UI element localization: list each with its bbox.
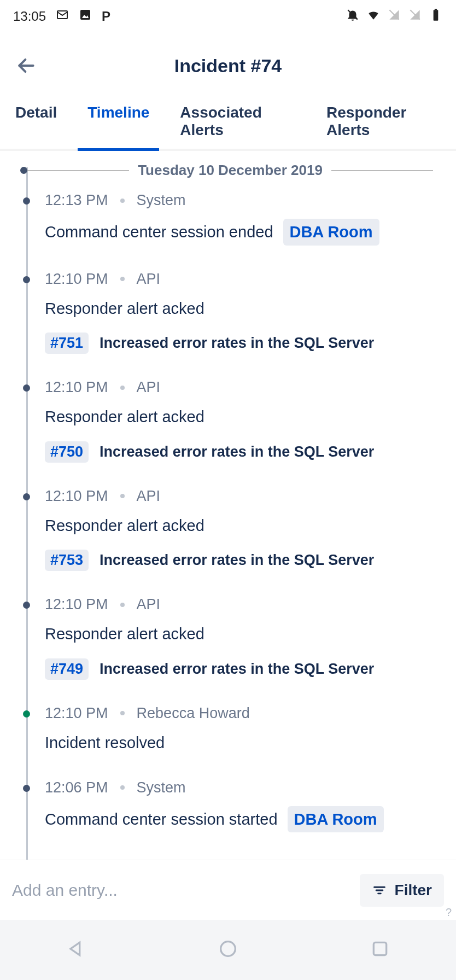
tabs: Detail Timeline Associated Alerts Respon… [0,98,456,151]
entry-dot-icon [23,785,30,792]
entry-actor: API [137,379,161,396]
alert-description: Increased error rates in the SQL Server [100,552,374,569]
svg-rect-9 [435,9,437,10]
nav-recent-button[interactable] [369,938,391,962]
photos-icon [79,8,92,25]
page-title: Incident #74 [37,55,419,77]
svg-rect-1 [80,10,90,20]
sim-icon [387,8,401,25]
battery-icon [429,8,443,25]
notification-off-icon [346,8,360,25]
entry-actor: System [137,192,186,209]
filter-label: Filter [395,882,432,899]
alert-description: Increased error rates in the SQL Server [100,444,374,460]
room-chip[interactable]: DBA Room [283,219,379,246]
arrow-left-icon [16,55,37,76]
entry-actor: API [137,271,161,288]
entry-actor: Rebecca Howard [137,705,250,722]
entry-text: Responder alert acked [45,517,204,534]
entry-dot-icon [23,197,30,205]
svg-rect-8 [434,10,439,21]
timeline-entry[interactable]: 12:10 PM API Responder alert acked #751 … [23,271,433,354]
back-button[interactable] [15,55,37,77]
svg-marker-14 [71,942,80,955]
room-chip[interactable]: DBA Room [288,806,384,833]
dot-separator-icon [120,494,125,498]
svg-point-15 [221,942,236,956]
alert-number-chip[interactable]: #749 [45,658,89,680]
entry-time: 12:10 PM [45,596,108,613]
entry-time: 12:06 PM [45,779,108,796]
help-icon[interactable]: ? [446,906,452,919]
timeline[interactable]: Tuesday 10 December 2019 12:13 PM System… [0,151,456,860]
entry-dot-icon [23,602,30,609]
timeline-entry[interactable]: 12:10 PM API Responder alert acked #749 … [23,596,433,680]
android-status-bar: 13:05 P [0,0,456,33]
wifi-icon [366,8,381,25]
svg-rect-16 [373,942,386,955]
status-time: 13:05 [13,9,46,24]
entry-text: Command center session started [45,810,278,828]
gmail-icon [56,8,69,25]
timeline-entry[interactable]: 12:10 PM API Responder alert acked #750 … [23,379,433,463]
entry-text: Incident resolved [45,734,165,751]
nav-back-button[interactable] [65,938,87,962]
page-header: Incident #74 [0,33,456,98]
timeline-entry[interactable]: 12:06 PM System Command center session s… [23,779,433,833]
dot-separator-icon [120,785,125,790]
entry-actor: System [137,779,186,796]
tab-associated-alerts[interactable]: Associated Alerts [180,98,296,149]
android-nav-bar [0,920,456,980]
entry-text: Command center session ended [45,223,273,241]
timeline-entry[interactable]: 12:13 PM System Command center session e… [23,192,433,246]
add-entry-input[interactable] [12,881,351,900]
entry-time: 12:10 PM [45,379,108,396]
entry-time: 12:10 PM [45,271,108,288]
dot-separator-icon [120,277,125,281]
sim-icon-2 [408,8,422,25]
alert-description: Increased error rates in the SQL Server [100,661,374,678]
alert-description: Increased error rates in the SQL Server [100,335,374,352]
dot-separator-icon [120,386,125,390]
entry-dot-icon [23,710,30,718]
dot-separator-icon [120,199,125,203]
tab-responder-alerts[interactable]: Responder Alerts [326,98,441,149]
entry-dot-icon [23,384,30,392]
entry-text: Responder alert acked [45,408,204,425]
nav-home-button[interactable] [217,938,239,962]
dot-separator-icon [120,711,125,715]
alert-number-chip[interactable]: #751 [45,332,89,354]
filter-button[interactable]: Filter [360,874,444,907]
timeline-entry[interactable]: 12:10 PM Rebecca Howard Incident resolve… [23,705,433,754]
date-separator: Tuesday 10 December 2019 [23,162,433,179]
entry-time: 12:10 PM [45,705,108,722]
entry-time: 12:10 PM [45,488,108,505]
entry-time: 12:13 PM [45,192,108,209]
timeline-entry[interactable]: 12:10 PM API Responder alert acked #753 … [23,488,433,571]
entry-text: Responder alert acked [45,300,204,317]
entry-dot-icon [23,276,30,283]
filter-icon [372,883,387,898]
tab-detail[interactable]: Detail [15,98,57,149]
dot-separator-icon [120,603,125,607]
entry-text: Responder alert acked [45,625,204,643]
date-label: Tuesday 10 December 2019 [129,162,331,179]
alert-number-chip[interactable]: #750 [45,441,89,463]
alert-number-chip[interactable]: #753 [45,550,89,571]
entry-actor: API [137,596,161,613]
entry-dot-icon [23,493,30,500]
entry-actor: API [137,488,161,505]
bottom-bar: Filter ? [0,860,456,920]
tab-timeline[interactable]: Timeline [87,98,149,149]
p-icon: P [102,9,110,24]
